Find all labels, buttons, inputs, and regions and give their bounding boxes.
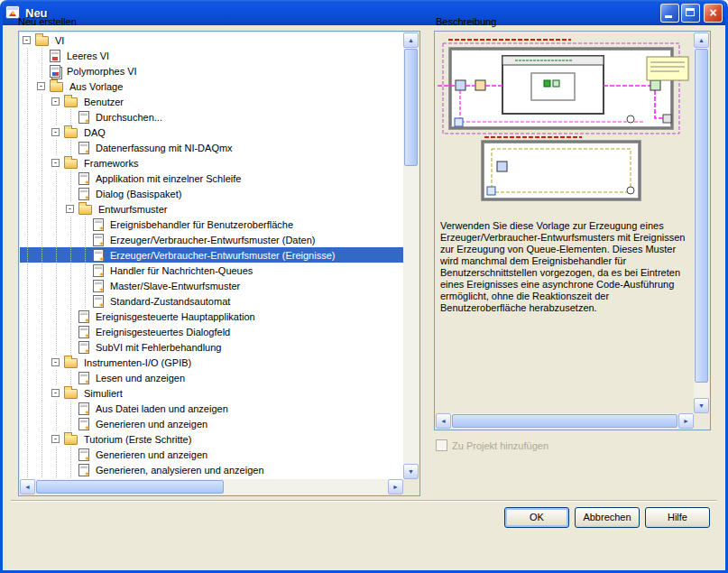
tree-item[interactable]: Generieren und anzeigen <box>20 447 403 462</box>
tree-item[interactable]: Leeres VI <box>20 48 403 63</box>
tree-guide-line <box>20 339 34 355</box>
tree-item-label: DAQ <box>81 126 108 139</box>
tree-guide-line <box>20 94 34 109</box>
minimize-button[interactable] <box>660 4 679 23</box>
scroll-left-button[interactable]: ◄ <box>436 413 451 429</box>
tree-item[interactable]: Applikation mit einzelner Schleife <box>20 171 403 186</box>
scroll-up-button[interactable]: ▲ <box>403 32 419 48</box>
tree-item[interactable]: Dialog (Basispaket) <box>20 186 403 201</box>
tree-guide-line <box>49 447 63 462</box>
tree-item-label: Aus Datei laden und anzeigen <box>93 402 231 415</box>
scroll-down-button[interactable]: ▼ <box>694 398 709 413</box>
description-horizontal-scrollbar[interactable]: ◄ ► <box>436 413 694 429</box>
tree-guide-line <box>20 416 34 431</box>
tree-guide-line <box>20 186 34 201</box>
add-to-project-checkbox[interactable]: Zu Projekt hinzufügen <box>436 439 548 451</box>
maximize-button[interactable] <box>681 4 700 23</box>
tree-guide-line <box>34 431 49 447</box>
tree-item[interactable]: Master/Slave-Entwurfsmuster <box>20 278 403 293</box>
tree-item[interactable]: -Tutorium (Erste Schritte) <box>20 431 403 447</box>
tree-guide-line <box>20 462 34 477</box>
tree-item[interactable]: Generieren und anzeigen <box>20 416 403 431</box>
tree-guide-line <box>63 171 78 186</box>
tree-collapse-toggle[interactable]: - <box>37 82 45 90</box>
tree-guide-line <box>63 278 78 293</box>
tree-item[interactable]: Polymorphes VI <box>20 63 403 79</box>
tree-item[interactable]: Ereignisgesteuertes Dialogfeld <box>20 324 403 339</box>
scroll-thumb[interactable] <box>404 49 418 166</box>
tree-item-label: Erzeuger/Verbraucher-Entwurfsmuster (Dat… <box>107 234 318 246</box>
tree-item[interactable]: -Frameworks <box>20 155 403 171</box>
description-vertical-scrollbar[interactable]: ▲ ▼ <box>694 32 709 413</box>
tree-item[interactable]: Ereignisbehandler für Benutzeroberfläche <box>20 217 403 232</box>
tree-guide-line <box>49 201 63 217</box>
tree-collapse-toggle[interactable]: - <box>66 205 74 213</box>
tree-guide-line <box>63 293 78 309</box>
tree-item[interactable]: -VI <box>20 32 403 48</box>
tree-item[interactable]: Erzeuger/Verbraucher-Entwurfsmuster (Dat… <box>20 232 403 247</box>
tree-item[interactable]: Ereignisgesteuerte Hauptapplikation <box>20 309 403 324</box>
tree-item[interactable]: Durchsuchen... <box>20 109 403 125</box>
tree-item-label: Simuliert <box>81 387 125 400</box>
tree-guide-line <box>34 171 49 186</box>
scroll-thumb[interactable] <box>452 414 677 428</box>
vi-template-icon <box>93 295 104 308</box>
scroll-right-button[interactable]: ► <box>678 413 694 429</box>
checkbox-box <box>436 439 447 451</box>
tree-collapse-toggle[interactable]: - <box>51 128 60 136</box>
tree-item[interactable]: -Instrumenten-I/O (GPIB) <box>20 355 403 370</box>
tree-guide-line <box>49 309 63 324</box>
tree-item[interactable]: Datenerfassung mit NI-DAQmx <box>20 140 403 155</box>
window-title: Neu <box>25 6 660 20</box>
cancel-button[interactable]: Abbrechen <box>575 507 640 528</box>
tree-collapse-toggle[interactable]: - <box>51 358 60 366</box>
vi-template-icon <box>78 464 89 476</box>
tree-collapse-toggle[interactable]: - <box>51 97 60 106</box>
tree-item[interactable]: Lesen und anzeigen <box>20 370 403 385</box>
tree-vertical-scrollbar[interactable]: ▲ ▼ <box>403 32 419 479</box>
tree-guide-line <box>34 186 49 201</box>
tree-item-label: Erzeuger/Verbraucher-Entwurfsmuster (Ere… <box>107 249 337 262</box>
scroll-down-button[interactable]: ▼ <box>403 464 419 479</box>
tree-collapse-toggle[interactable]: - <box>51 159 60 167</box>
tree-guide-line <box>49 370 63 385</box>
tree-guide-line <box>20 355 34 370</box>
tree-item[interactable]: Erzeuger/Verbraucher-Entwurfsmuster (Ere… <box>20 247 403 263</box>
tree-item[interactable]: -Simuliert <box>20 385 403 401</box>
tree-guide-line <box>34 293 49 309</box>
tree-collapse-toggle[interactable]: - <box>51 389 60 397</box>
tree-item[interactable]: Handler für Nachrichten-Queues <box>20 263 403 278</box>
title-bar[interactable]: Neu × <box>0 0 728 25</box>
ok-button[interactable]: OK <box>504 507 569 528</box>
tree-guide-line <box>20 171 34 186</box>
tree-item[interactable]: Generieren, analysieren und anzeigen <box>20 462 403 477</box>
tree-item[interactable]: Aus Datei laden und anzeigen <box>20 401 403 416</box>
tree-item[interactable]: SubVI mit Fehlerbehandlung <box>20 339 403 355</box>
scroll-left-button[interactable]: ◄ <box>20 479 35 494</box>
tree-guide-line <box>20 125 34 140</box>
vi-polymorphic-icon <box>50 65 60 78</box>
tree-collapse-toggle[interactable]: - <box>51 435 60 443</box>
vi-template-icon <box>78 172 89 185</box>
tree-guide-line <box>34 140 49 155</box>
help-button[interactable]: Hilfe <box>645 507 710 528</box>
tree-collapse-toggle[interactable]: - <box>23 36 31 44</box>
tree-item[interactable]: -Aus Vorlage <box>20 79 403 94</box>
tree-item[interactable]: -Entwurfsmuster <box>20 201 403 217</box>
tree-guide-line <box>34 63 49 79</box>
scroll-up-button[interactable]: ▲ <box>694 32 709 48</box>
tree-item[interactable]: -Benutzer <box>20 94 403 109</box>
tree-item[interactable]: Standard-Zustandsautomat <box>20 293 403 309</box>
scroll-thumb[interactable] <box>695 49 708 383</box>
scroll-thumb[interactable] <box>36 480 224 494</box>
tree-guide-line <box>20 431 34 447</box>
tree-horizontal-scrollbar[interactable]: ◄ ► <box>20 479 403 494</box>
tree-item-label: Benutzer <box>81 96 126 108</box>
vi-template-icon <box>93 218 104 231</box>
tree-item-label: Datenerfassung mit NI-DAQmx <box>93 142 235 154</box>
tree-item[interactable]: -DAQ <box>20 125 403 140</box>
scroll-right-button[interactable]: ► <box>388 479 403 494</box>
close-button[interactable]: × <box>704 4 723 23</box>
scrollbar-corner <box>403 479 419 494</box>
tree-item-label: Instrumenten-I/O (GPIB) <box>81 356 194 369</box>
